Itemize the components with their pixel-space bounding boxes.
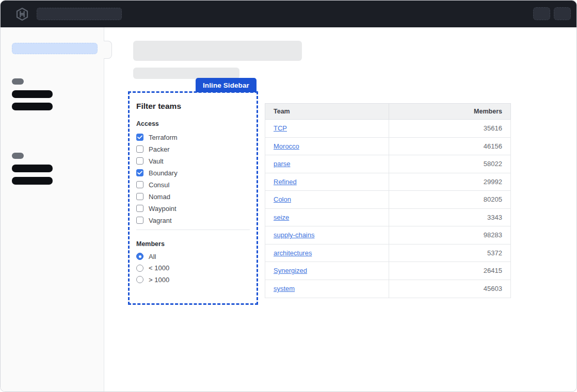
members-cell: 29992	[389, 173, 510, 191]
checkbox-option-vagrant[interactable]: Vagrant	[136, 216, 178, 224]
members-group-label: Members	[136, 240, 169, 248]
filter-title: Filter teams	[136, 102, 181, 111]
sidebar-item-skeleton-1	[12, 90, 53, 98]
table-row: Colon80205	[265, 191, 510, 209]
team-cell: system	[265, 280, 389, 298]
checkbox-option-waypoint[interactable]: Waypoint	[136, 204, 178, 213]
checkbox-option-vault[interactable]: Vault	[136, 157, 178, 165]
team-cell: Synergized	[265, 262, 389, 280]
checkbox-option-terraform[interactable]: Terraform	[136, 133, 178, 141]
access-group-label: Access	[136, 120, 178, 127]
checkbox-label: Vagrant	[149, 217, 172, 224]
members-cell: 46156	[389, 138, 510, 155]
team-link[interactable]: Colon	[274, 195, 291, 203]
table-row: parse58022	[265, 155, 510, 173]
sidebar-toggle-notch	[104, 41, 112, 59]
team-cell: TCP	[265, 120, 389, 137]
team-cell: architectures	[265, 244, 389, 262]
sidebar-section-label-skeleton-1	[12, 78, 24, 85]
members-cell: 98283	[389, 226, 510, 244]
table-row: system45603	[265, 280, 510, 298]
checkbox-option-nomad[interactable]: Nomad	[136, 192, 178, 201]
column-header-team: Team	[265, 104, 389, 119]
sidebar-active-item-skeleton	[12, 43, 98, 54]
column-header-members: Members	[389, 104, 510, 119]
members-cell: 26415	[389, 262, 510, 280]
team-cell: parse	[265, 155, 389, 173]
radio-option--1000[interactable]: < 1000	[136, 264, 169, 272]
team-link[interactable]: supply-chains	[274, 231, 315, 239]
component-badge: Inline Sidebar	[196, 78, 257, 92]
team-cell: Morocco	[265, 138, 389, 155]
team-cell: Refined	[265, 173, 389, 191]
filter-inline-sidebar: Filter teams Access TerraformPackerVault…	[128, 91, 258, 305]
checkbox-icon[interactable]	[136, 169, 143, 176]
radio-icon[interactable]	[136, 276, 143, 283]
checkbox-label: Nomad	[149, 193, 170, 201]
app-window: Inline Sidebar Filter teams Access Terra…	[0, 0, 577, 392]
members-filter-group: Members All< 1000> 1000	[136, 240, 169, 287]
checkbox-label: Waypoint	[149, 205, 177, 213]
access-filter-group: Access TerraformPackerVaultBoundaryConsu…	[136, 120, 178, 228]
sidebar-section-label-skeleton-2	[12, 153, 24, 159]
radio-icon[interactable]	[136, 253, 143, 260]
nav-action-skeleton-1	[533, 7, 550, 20]
checkbox-icon[interactable]	[136, 145, 143, 153]
table-row: TCP35616	[265, 120, 510, 138]
team-cell: seize	[265, 209, 389, 226]
radio-label: All	[149, 253, 156, 260]
table-row: Refined29992	[265, 173, 510, 191]
table-header-row: Team Members	[265, 103, 511, 120]
sidebar-item-skeleton-4	[12, 177, 53, 185]
checkbox-label: Terraform	[149, 134, 178, 141]
checkbox-icon[interactable]	[136, 193, 143, 200]
filter-divider	[136, 230, 250, 230]
sidebar-item-skeleton-3	[12, 165, 53, 172]
checkbox-label: Consul	[149, 181, 169, 189]
members-cell: 3343	[389, 209, 510, 226]
checkbox-label: Vault	[149, 157, 164, 165]
radio-icon[interactable]	[136, 265, 143, 272]
team-cell: supply-chains	[265, 226, 389, 244]
hashicorp-logo-icon	[16, 8, 28, 21]
table-row: architectures5372	[265, 244, 510, 263]
checkbox-option-boundary[interactable]: Boundary	[136, 169, 178, 177]
team-link[interactable]: Synergized	[274, 267, 307, 274]
team-link[interactable]: Morocco	[274, 142, 299, 150]
members-cell: 80205	[389, 191, 510, 208]
radio-label: > 1000	[149, 276, 169, 284]
nav-search-skeleton	[37, 8, 122, 20]
sidebar-item-skeleton-2	[12, 103, 53, 110]
checkbox-label: Packer	[149, 145, 169, 153]
team-link[interactable]: parse	[274, 160, 291, 168]
members-cell: 58022	[389, 155, 510, 173]
checkbox-icon[interactable]	[136, 217, 143, 224]
top-nav	[1, 1, 576, 27]
table-body: TCP35616Morocco46156parse58022Refined299…	[265, 120, 511, 298]
team-link[interactable]: Refined	[274, 178, 297, 186]
nav-action-skeleton-2	[554, 7, 571, 20]
checkbox-option-consul[interactable]: Consul	[136, 181, 178, 189]
table-row: Synergized26415	[265, 262, 510, 280]
checkbox-icon[interactable]	[136, 157, 143, 165]
members-cell: 35616	[389, 120, 510, 137]
checkbox-icon[interactable]	[136, 181, 143, 188]
team-link[interactable]: seize	[274, 214, 289, 221]
checkbox-option-packer[interactable]: Packer	[136, 145, 178, 153]
checkbox-icon[interactable]	[136, 205, 143, 212]
radio-option-all[interactable]: All	[136, 252, 169, 260]
checkbox-label: Boundary	[149, 169, 178, 177]
team-link[interactable]: system	[274, 285, 295, 292]
members-cell: 45603	[389, 280, 510, 298]
radio-option--1000[interactable]: > 1000	[136, 275, 169, 284]
team-link[interactable]: TCP	[274, 124, 287, 132]
checkbox-icon[interactable]	[136, 134, 143, 141]
team-cell: Colon	[265, 191, 389, 208]
radio-label: < 1000	[149, 264, 169, 272]
table-row: Morocco46156	[265, 138, 510, 156]
table-row: supply-chains98283	[265, 226, 510, 244]
teams-table: Team Members TCP35616Morocco46156parse58…	[265, 103, 511, 298]
page-title-skeleton	[133, 41, 302, 61]
members-cell: 5372	[389, 244, 510, 262]
team-link[interactable]: architectures	[274, 249, 312, 257]
